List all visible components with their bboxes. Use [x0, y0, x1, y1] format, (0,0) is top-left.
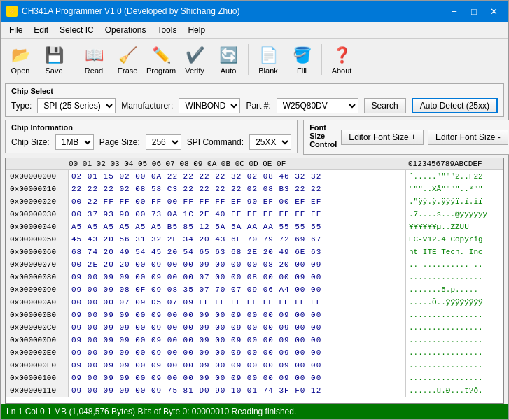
hex-row-bytes: 00 2E 20 20 00 09 00 00 09 00 00 00 08 2…: [69, 258, 405, 271]
hex-row[interactable]: 0x000000D0 09 00 09 09 00 09 00 00 09 00…: [6, 334, 503, 346]
font-decrease-button[interactable]: Editor Font Size -: [428, 130, 508, 145]
hex-row[interactable]: 0x000000A0 00 00 00 07 09 D5 07 09 FF FF…: [6, 296, 503, 309]
chip-size-select[interactable]: 1MB: [55, 134, 94, 150]
hex-row[interactable]: 0x000000B0 09 00 09 09 00 09 00 00 09 00…: [6, 309, 503, 321]
hex-row-ascii: ................: [405, 321, 503, 334]
main-window: ⚡ CH341A Programmer V1.0 (Developed by S…: [0, 0, 509, 420]
hex-row-bytes: 09 00 09 09 00 09 00 00 09 00 09 00 00 0…: [69, 321, 405, 334]
hex-row[interactable]: 0x00000100 09 00 09 09 00 09 00 00 09 00…: [6, 372, 503, 384]
fill-icon: 🪣: [291, 44, 313, 66]
spi-cmd-select[interactable]: 25XX: [249, 134, 291, 150]
title-bar: ⚡ CH341A Programmer V1.0 (Developed by S…: [1, 1, 508, 22]
close-button[interactable]: ✕: [484, 5, 503, 18]
hex-row-ascii: .7....s...@ÿÿÿÿÿÿ: [405, 208, 503, 220]
menu-operations[interactable]: Operations: [99, 23, 152, 37]
hex-row-addr: 0x00000110: [6, 384, 69, 397]
hex-row[interactable]: 0x000000E0 09 00 09 09 00 09 00 00 09 00…: [6, 346, 503, 359]
type-select[interactable]: SPI (25 Series): [37, 98, 116, 113]
status-bar: Ln 1 Col 0 1 MB (1,048,576 Bytes) Bits o…: [1, 404, 508, 419]
hex-row-ascii: ................: [405, 309, 503, 321]
program-icon: ✏️: [150, 44, 172, 66]
menu-file[interactable]: File: [4, 23, 28, 37]
hex-row[interactable]: 0x00000050 45 43 2D 56 31 32 2E 34 20 43…: [6, 233, 503, 246]
chip-size-label: Chip Size:: [11, 137, 50, 147]
hex-row-addr: 0x000000E0: [6, 346, 69, 359]
hex-row-ascii: ................: [405, 372, 503, 384]
font-ctrl-panel: Font Size Control Editor Font Size + Edi…: [303, 120, 509, 155]
part-select[interactable]: W25Q80DV: [277, 98, 358, 113]
hex-row[interactable]: 0x00000010 22 22 22 02 08 58 C3 22 22 22…: [6, 183, 503, 195]
hex-scroll-area[interactable]: 0x00000000 02 01 15 02 00 0A 22 22 22 22…: [6, 170, 503, 403]
font-ctrl-title: Font Size Control: [309, 123, 337, 148]
hex-row-addr: 0x00000090: [6, 284, 69, 296]
hex-header-ascii: 0123456789ABCDEF: [405, 160, 503, 168]
hex-row[interactable]: 0x00000000 02 01 15 02 00 0A 22 22 22 22…: [6, 170, 503, 183]
hex-row[interactable]: 0x000000F0 09 00 09 09 00 09 00 00 09 00…: [6, 359, 503, 372]
toolbar-separator-3: [321, 44, 322, 75]
menu-bar: File Edit Select IC Operations Tools Hel…: [1, 22, 508, 39]
hex-editor: 00 01 02 03 04 05 06 07 08 09 0A 0B 0C 0…: [5, 158, 504, 404]
hex-row[interactable]: 0x00000080 09 00 09 09 00 09 00 00 07 00…: [6, 271, 503, 284]
about-button[interactable]: ❓ About: [326, 42, 357, 77]
blank-button[interactable]: 📄 Blank: [253, 42, 284, 77]
blank-icon: 📄: [257, 44, 279, 66]
hex-row[interactable]: 0x00000020 00 22 FF FF 00 FF 00 FF FF FF…: [6, 195, 503, 208]
menu-tools[interactable]: Tools: [151, 23, 182, 37]
hex-row-ascii: ................: [405, 346, 503, 359]
fill-button[interactable]: 🪣 Fill: [286, 42, 317, 77]
save-icon: 💾: [43, 44, 65, 66]
chip-select-row: Type: SPI (25 Series) Manufacturer: WINB…: [11, 98, 498, 113]
hex-row[interactable]: 0x000000C0 09 00 09 09 00 09 00 00 09 00…: [6, 321, 503, 334]
maximize-button[interactable]: □: [465, 5, 483, 18]
hex-row-bytes: 45 43 2D 56 31 32 2E 34 20 43 6F 70 79 7…: [69, 233, 405, 246]
read-button[interactable]: 📖 Read: [78, 42, 109, 77]
chip-info-panel: Chip Information Chip Size: 1MB Page Siz…: [5, 120, 298, 153]
hex-row-ascii: .....Õ..ÿÿÿÿÿÿÿÿ: [405, 296, 503, 309]
hex-row[interactable]: 0x00000110 09 00 09 09 00 09 75 81 D0 90…: [6, 384, 503, 397]
hex-row-ascii: ¥¥¥¥¥¥µ..ZZUU: [405, 220, 503, 233]
menu-help[interactable]: Help: [182, 23, 211, 37]
hex-row-ascii: .. .......... ..: [405, 258, 503, 271]
manufacturer-select[interactable]: WINBOND: [179, 98, 240, 113]
toolbar-separator-1: [74, 44, 74, 75]
hex-row-ascii: EC-V12.4 Copyrig: [405, 233, 503, 246]
font-increase-button[interactable]: Editor Font Size +: [341, 130, 424, 145]
auto-button[interactable]: 🔄 Auto: [213, 42, 244, 77]
verify-icon: ✔️: [183, 44, 206, 66]
hex-row[interactable]: 0x00000090 09 00 09 08 0F 09 08 35 07 70…: [6, 284, 503, 296]
part-label: Part #:: [246, 101, 270, 111]
menu-select-ic[interactable]: Select IC: [54, 23, 99, 37]
manufacturer-label: Manufacturer:: [121, 101, 173, 111]
search-button[interactable]: Search: [364, 98, 406, 113]
hex-row[interactable]: 0x00000060 68 74 20 49 54 45 20 54 65 63…: [6, 246, 503, 258]
hex-row-bytes: 09 00 09 09 00 09 00 00 07 00 00 08 00 0…: [69, 271, 405, 284]
minimize-button[interactable]: −: [445, 5, 463, 18]
hex-row-ascii: ................: [405, 334, 503, 346]
hex-row[interactable]: 0x00000070 00 2E 20 20 00 09 00 00 09 00…: [6, 258, 503, 271]
erase-icon: 🧹: [116, 44, 139, 66]
page-size-select[interactable]: 256: [146, 134, 181, 150]
hex-header: 00 01 02 03 04 05 06 07 08 09 0A 0B 0C 0…: [6, 158, 503, 170]
title-bar-left: ⚡ CH341A Programmer V1.0 (Developed by S…: [6, 6, 240, 17]
save-button[interactable]: 💾 Save: [39, 42, 69, 77]
hex-row-ascii: ."ÿÿ.ÿ.ÿÿÿï.ï.ïï: [405, 195, 503, 208]
hex-row[interactable]: 0x00000040 A5 A5 A5 A5 A5 A5 B5 85 12 5A…: [6, 220, 503, 233]
spi-cmd-label: SPI Command:: [187, 137, 244, 147]
hex-row[interactable]: 0x00000030 00 37 93 90 00 73 0A 1C 2E 40…: [6, 208, 503, 220]
toolbar-separator-2: [248, 44, 249, 75]
verify-button[interactable]: ✔️ Verify: [179, 42, 210, 77]
window-title: CH341A Programmer V1.0 (Developed by Shi…: [22, 6, 240, 16]
chip-select-title: Chip Select: [11, 87, 498, 95]
hex-row-bytes: 09 00 09 09 00 09 00 00 09 00 09 00 00 0…: [69, 359, 405, 372]
hex-header-bytes: 00 01 02 03 04 05 06 07 08 09 0A 0B 0C 0…: [69, 160, 405, 168]
hex-row-bytes: 00 37 93 90 00 73 0A 1C 2E 40 FF FF FF F…: [69, 208, 405, 220]
hex-row-bytes: 68 74 20 49 54 45 20 54 65 63 68 2E 20 4…: [69, 246, 405, 258]
hex-row-ascii: ................: [405, 271, 503, 284]
menu-edit[interactable]: Edit: [28, 23, 54, 37]
open-button[interactable]: 📂 Open: [5, 42, 36, 77]
auto-detect-button[interactable]: Auto Detect (25xx): [412, 98, 498, 113]
hex-row-bytes: 09 00 09 09 00 09 00 00 09 00 09 00 00 0…: [69, 346, 405, 359]
program-button[interactable]: ✏️ Program: [146, 42, 176, 77]
erase-button[interactable]: 🧹 Erase: [112, 42, 143, 77]
hex-row-ascii: .......5.p.....: [405, 284, 503, 296]
